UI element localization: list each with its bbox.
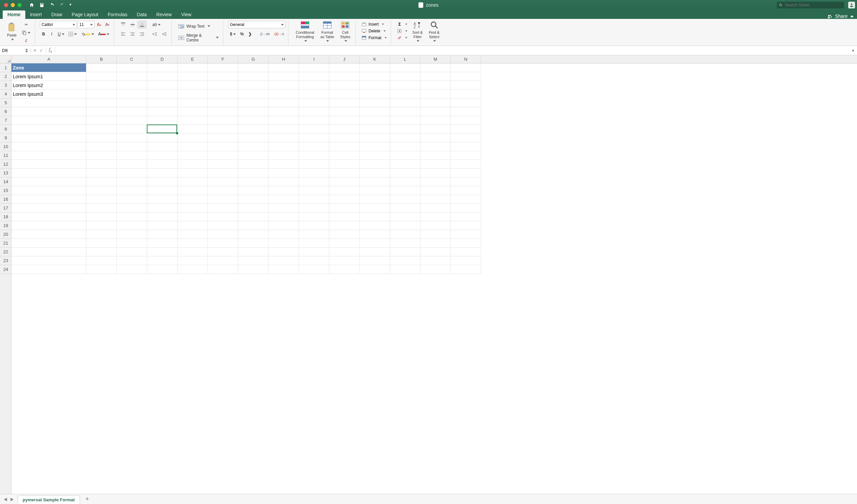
cell-F5[interactable] — [208, 99, 238, 107]
cell-L20[interactable] — [390, 230, 420, 239]
cell-L19[interactable] — [390, 221, 420, 230]
cell-D17[interactable] — [147, 204, 178, 213]
cell-D21[interactable] — [147, 239, 178, 248]
cell-A2[interactable]: Lorem Ipsum1 — [12, 72, 86, 81]
cell-B23[interactable] — [86, 256, 117, 265]
cell-N10[interactable] — [451, 142, 481, 151]
cell-N19[interactable] — [451, 221, 481, 230]
cell-M13[interactable] — [420, 169, 451, 178]
cell-F10[interactable] — [208, 142, 238, 151]
cell-N13[interactable] — [451, 169, 481, 178]
cell-F15[interactable] — [208, 186, 238, 195]
cell-G22[interactable] — [238, 248, 269, 256]
cell-M11[interactable] — [420, 151, 451, 160]
font-size-input[interactable] — [79, 22, 89, 27]
cell-J14[interactable] — [329, 178, 360, 186]
cell-F19[interactable] — [208, 221, 238, 230]
cell-A18[interactable] — [12, 213, 86, 221]
cell-G3[interactable] — [238, 81, 269, 90]
percent-format-button[interactable]: % — [238, 30, 246, 38]
cell-J20[interactable] — [329, 230, 360, 239]
cell-L24[interactable] — [390, 265, 420, 274]
cell-C22[interactable] — [117, 248, 147, 256]
cell-A16[interactable] — [12, 195, 86, 204]
row-header-16[interactable]: 16 — [0, 195, 12, 204]
row-header-15[interactable]: 15 — [0, 186, 12, 195]
cell-K2[interactable] — [360, 72, 390, 81]
cell-G15[interactable] — [238, 186, 269, 195]
cut-button[interactable]: ✂ — [20, 21, 32, 28]
row-header-13[interactable]: 13 — [0, 169, 12, 178]
cell-E18[interactable] — [178, 213, 208, 221]
undo-icon[interactable] — [49, 2, 55, 8]
cell-K10[interactable] — [360, 142, 390, 151]
cell-N21[interactable] — [451, 239, 481, 248]
cell-K20[interactable] — [360, 230, 390, 239]
cell-D10[interactable] — [147, 142, 178, 151]
cell-I5[interactable] — [299, 99, 329, 107]
column-header-L[interactable]: L — [390, 55, 420, 63]
sheet-nav-prev[interactable]: ◀ — [3, 497, 8, 502]
cell-B8[interactable] — [86, 125, 117, 134]
cell-G17[interactable] — [238, 204, 269, 213]
selection-handle[interactable] — [176, 132, 178, 134]
cell-L1[interactable] — [390, 63, 420, 72]
ribbon-tab-insert[interactable]: Insert — [25, 11, 47, 19]
cell-B20[interactable] — [86, 230, 117, 239]
italic-button[interactable]: I — [48, 30, 55, 38]
cell-E9[interactable] — [178, 134, 208, 142]
cell-K24[interactable] — [360, 265, 390, 274]
cell-F4[interactable] — [208, 90, 238, 99]
cell-H15[interactable] — [269, 186, 299, 195]
cell-L13[interactable] — [390, 169, 420, 178]
cell-I22[interactable] — [299, 248, 329, 256]
cell-I2[interactable] — [299, 72, 329, 81]
cell-C10[interactable] — [117, 142, 147, 151]
cell-A21[interactable] — [12, 239, 86, 248]
number-format-select[interactable]: General — [228, 21, 285, 28]
cell-F12[interactable] — [208, 160, 238, 169]
search-input[interactable] — [785, 3, 842, 7]
cell-I17[interactable] — [299, 204, 329, 213]
cell-G5[interactable] — [238, 99, 269, 107]
cell-L14[interactable] — [390, 178, 420, 186]
cell-F14[interactable] — [208, 178, 238, 186]
cell-H20[interactable] — [269, 230, 299, 239]
search-sheet[interactable] — [777, 2, 844, 9]
select-all-button[interactable] — [0, 55, 12, 63]
cell-B1[interactable] — [86, 63, 117, 72]
cell-M7[interactable] — [420, 116, 451, 125]
cell-D3[interactable] — [147, 81, 178, 90]
align-center-button[interactable] — [128, 30, 137, 38]
cell-N4[interactable] — [451, 90, 481, 99]
cell-D14[interactable] — [147, 178, 178, 186]
cell-B3[interactable] — [86, 81, 117, 90]
cell-H19[interactable] — [269, 221, 299, 230]
cell-H1[interactable] — [269, 63, 299, 72]
add-sheet-button[interactable]: + — [83, 495, 91, 503]
name-box-spin[interactable] — [25, 49, 28, 53]
cell-L8[interactable] — [390, 125, 420, 134]
cell-D16[interactable] — [147, 195, 178, 204]
cell-K6[interactable] — [360, 107, 390, 116]
cell-N9[interactable] — [451, 134, 481, 142]
cell-N24[interactable] — [451, 265, 481, 274]
cell-E21[interactable] — [178, 239, 208, 248]
cell-N22[interactable] — [451, 248, 481, 256]
insert-cells-button[interactable]: Insert — [360, 21, 388, 28]
cell-H18[interactable] — [269, 213, 299, 221]
cell-E10[interactable] — [178, 142, 208, 151]
cell-M22[interactable] — [420, 248, 451, 256]
cell-F17[interactable] — [208, 204, 238, 213]
row-header-7[interactable]: 7 — [0, 116, 12, 125]
cell-L9[interactable] — [390, 134, 420, 142]
row-header-1[interactable]: 1 — [0, 63, 12, 72]
cell-I11[interactable] — [299, 151, 329, 160]
cell-I4[interactable] — [299, 90, 329, 99]
share-button[interactable]: Share — [835, 14, 847, 19]
cell-M17[interactable] — [420, 204, 451, 213]
cell-I7[interactable] — [299, 116, 329, 125]
cell-J21[interactable] — [329, 239, 360, 248]
comma-format-button[interactable]: ❯ — [246, 30, 254, 38]
cell-C12[interactable] — [117, 160, 147, 169]
